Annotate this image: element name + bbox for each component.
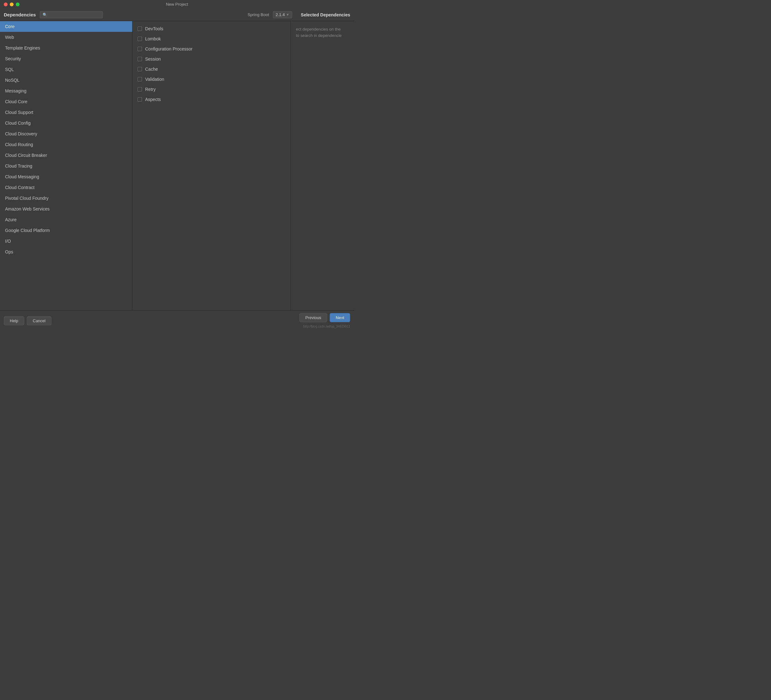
nav-item-cloud-core[interactable]: Cloud Core: [0, 96, 132, 107]
checkbox-lombok[interactable]: [138, 37, 142, 41]
checkbox-aspects[interactable]: [138, 97, 142, 102]
header: Dependencies 🔍 Spring Boot 2.1.4 ▼ Selec…: [0, 8, 354, 21]
checkbox-devtools[interactable]: [138, 26, 142, 31]
nav-item-cloud-support[interactable]: Cloud Support: [0, 107, 132, 118]
nav-item-web[interactable]: Web: [0, 32, 132, 42]
dependency-item-cache[interactable]: Cache: [132, 64, 291, 74]
nav-item-core[interactable]: Core: [0, 21, 132, 32]
dependency-label-aspects: Aspects: [145, 97, 161, 102]
selected-dependencies-label: Selected Dependencies: [301, 12, 350, 17]
nav-item-cloud-config[interactable]: Cloud Config: [0, 118, 132, 129]
footer-url: http://blog.csdn.net/qq_34829911: [304, 325, 350, 328]
checkbox-retry[interactable]: [138, 87, 142, 91]
nav-item-cloud-routing[interactable]: Cloud Routing: [0, 139, 132, 150]
footer: Help Cancel Previous Next http://blog.cs…: [0, 310, 354, 331]
previous-button[interactable]: Previous: [299, 313, 327, 322]
nav-item-cloud-discovery[interactable]: Cloud Discovery: [0, 129, 132, 139]
checkbox-session[interactable]: [138, 57, 142, 61]
window-controls: [4, 3, 20, 7]
search-input[interactable]: [49, 12, 100, 17]
checkbox-validation[interactable]: [138, 77, 142, 81]
dependencies-label: Dependencies: [4, 12, 36, 17]
dependency-label-retry: Retry: [145, 87, 156, 92]
nav-item-cloud-messaging[interactable]: Cloud Messaging: [0, 171, 132, 182]
dependency-label-cache: Cache: [145, 67, 158, 72]
footer-right: Previous Next http://blog.csdn.net/qq_34…: [299, 313, 350, 328]
title-bar: New Project: [0, 0, 354, 8]
main-container: Dependencies 🔍 Spring Boot 2.1.4 ▼ Selec…: [0, 8, 354, 331]
dependency-label-lombok: Lombok: [145, 36, 161, 41]
cancel-button[interactable]: Cancel: [27, 316, 51, 326]
help-button[interactable]: Help: [4, 316, 24, 326]
left-panel: CoreWebTemplate EnginesSecuritySQLNoSQLM…: [0, 21, 132, 310]
dependency-item-session[interactable]: Session: [132, 54, 291, 64]
spring-boot-version-value: 2.1.4: [276, 12, 285, 17]
search-box[interactable]: 🔍: [40, 11, 103, 18]
minimize-button[interactable]: [10, 3, 13, 7]
dependency-item-devtools[interactable]: DevTools: [132, 24, 291, 34]
maximize-button[interactable]: [16, 3, 20, 7]
dependency-label-configuration-processor: Configuration Processor: [145, 46, 192, 51]
next-button[interactable]: Next: [330, 313, 350, 322]
nav-item-cloud-tracing[interactable]: Cloud Tracing: [0, 161, 132, 171]
content-area: CoreWebTemplate EnginesSecuritySQLNoSQLM…: [0, 21, 354, 310]
close-button[interactable]: [4, 3, 8, 7]
nav-item-io[interactable]: I/O: [0, 236, 132, 246]
dependency-item-validation[interactable]: Validation: [132, 74, 291, 84]
nav-item-pivotal-cloud-foundry[interactable]: Pivotal Cloud Foundry: [0, 193, 132, 203]
nav-item-azure[interactable]: Azure: [0, 214, 132, 225]
dependency-label-devtools: DevTools: [145, 26, 163, 31]
footer-nav-buttons: Previous Next: [299, 313, 350, 322]
right-panel-text2: to search in dependencie: [296, 33, 349, 39]
checkbox-configuration-processor[interactable]: [138, 47, 142, 51]
search-icon: 🔍: [42, 13, 47, 17]
nav-item-cloud-circuit-breaker[interactable]: Cloud Circuit Breaker: [0, 150, 132, 161]
dependency-item-aspects[interactable]: Aspects: [132, 94, 291, 104]
nav-item-nosql[interactable]: NoSQL: [0, 75, 132, 86]
right-panel-text1: ect dependencies on the: [296, 26, 349, 33]
nav-item-security[interactable]: Security: [0, 53, 132, 64]
right-panel: ect dependencies on the to search in dep…: [291, 21, 354, 310]
nav-item-cloud-contract[interactable]: Cloud Contract: [0, 182, 132, 193]
footer-left: Help Cancel: [4, 316, 51, 326]
dependency-label-validation: Validation: [145, 77, 164, 82]
dependency-item-retry[interactable]: Retry: [132, 84, 291, 94]
dependency-label-session: Session: [145, 57, 161, 62]
spring-boot-label: Spring Boot: [248, 12, 269, 17]
nav-item-template-engines[interactable]: Template Engines: [0, 42, 132, 53]
nav-item-sql[interactable]: SQL: [0, 64, 132, 75]
spring-boot-version-selector[interactable]: 2.1.4 ▼: [273, 11, 292, 18]
nav-item-messaging[interactable]: Messaging: [0, 86, 132, 96]
nav-item-ops[interactable]: Ops: [0, 246, 132, 257]
dependency-item-lombok[interactable]: Lombok: [132, 34, 291, 44]
middle-panel: DevToolsLombokConfiguration ProcessorSes…: [132, 21, 291, 310]
dependency-item-configuration-processor[interactable]: Configuration Processor: [132, 44, 291, 54]
nav-item-amazon-web-services[interactable]: Amazon Web Services: [0, 203, 132, 214]
window-title: New Project: [166, 2, 188, 7]
nav-item-google-cloud-platform[interactable]: Google Cloud Platform: [0, 225, 132, 236]
chevron-down-icon: ▼: [286, 13, 289, 16]
checkbox-cache[interactable]: [138, 67, 142, 71]
